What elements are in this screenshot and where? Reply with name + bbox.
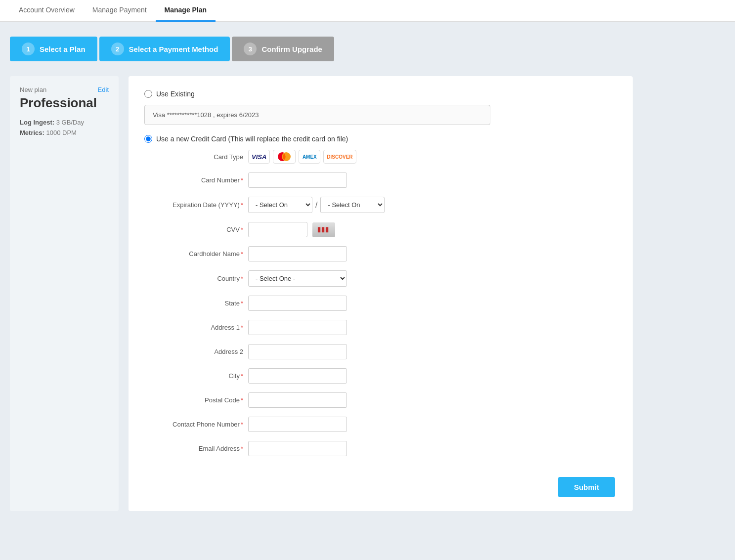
city-label: City* <box>144 372 243 380</box>
phone-label: Contact Phone Number* <box>144 421 243 428</box>
nav-manage-plan[interactable]: Manage Plan <box>156 0 216 22</box>
wizard: 1 Select a Plan 2 Select a Payment Metho… <box>10 37 633 61</box>
country-row: Country* - Select One - United States Ca… <box>144 270 615 287</box>
use-new-card-label[interactable]: Use a new Credit Card (This will replace… <box>156 135 348 143</box>
phone-input[interactable] <box>248 417 347 432</box>
step-label-select-plan: Select a Plan <box>40 45 86 53</box>
amex-icon: AMEX <box>299 150 320 164</box>
phone-row: Contact Phone Number* <box>144 417 615 432</box>
expiry-year-select[interactable]: - Select On 202320242025 202620272028 20… <box>320 197 385 213</box>
card-number-row: Card Number* <box>144 172 615 188</box>
nav-account-overview[interactable]: Account Overview <box>10 0 84 22</box>
cardholder-name-input[interactable] <box>248 246 347 261</box>
use-new-card-row: Use a new Credit Card (This will replace… <box>144 135 615 143</box>
email-input[interactable] <box>248 441 347 456</box>
cardholder-name-row: Cardholder Name* <box>144 246 615 261</box>
nav-manage-payment[interactable]: Manage Payment <box>84 0 156 22</box>
wizard-step-select-plan[interactable]: 1 Select a Plan <box>10 37 97 61</box>
main-area: New plan Edit Professional Log Ingest: 3… <box>10 76 633 511</box>
address2-label: Address 2 <box>144 348 243 355</box>
page-content: 1 Select a Plan 2 Select a Payment Metho… <box>0 22 643 526</box>
country-label: Country* <box>144 275 243 282</box>
city-row: City* <box>144 368 615 384</box>
use-new-card-radio[interactable] <box>144 135 152 143</box>
wizard-step-select-payment[interactable]: 2 Select a Payment Method <box>99 37 230 61</box>
address2-row: Address 2 <box>144 344 615 359</box>
step-number-2: 2 <box>111 43 124 55</box>
postal-code-label: Postal Code* <box>144 396 243 404</box>
mastercard-icon <box>273 150 296 164</box>
use-existing-radio[interactable] <box>144 90 152 98</box>
visa-icon: VISA <box>248 150 270 164</box>
metrics-detail: Metrics: 1000 DPM <box>20 129 109 136</box>
log-ingest-detail: Log Ingest: 3 GB/Day <box>20 119 109 126</box>
card-number-label: Card Number* <box>144 176 243 184</box>
form-panel: Use Existing Visa ************1028 , exp… <box>129 76 633 511</box>
discover-icon: DISCOVER <box>323 150 356 164</box>
card-number-input[interactable] <box>248 172 347 188</box>
submit-row: Submit <box>144 477 615 497</box>
state-input[interactable] <box>248 296 347 311</box>
address1-input[interactable] <box>248 320 347 335</box>
expiry-slash: / <box>315 201 317 210</box>
use-existing-row: Use Existing <box>144 90 615 98</box>
existing-card-box: Visa ************1028 , expires 6/2023 <box>144 105 490 125</box>
card-type-icons: VISA AMEX DISCOVER <box>248 150 356 164</box>
cvv-input-row <box>248 222 335 237</box>
expiry-selects: - Select On 010203 040506 070809 101112 … <box>248 197 385 213</box>
card-type-label: Card Type <box>144 153 243 161</box>
use-existing-label[interactable]: Use Existing <box>156 90 195 98</box>
form-scroll-area: Use Existing Visa ************1028 , exp… <box>144 90 617 497</box>
card-type-row: Card Type VISA AMEX DISC <box>144 150 615 164</box>
postal-code-input[interactable] <box>248 392 347 408</box>
step-number-1: 1 <box>22 43 35 55</box>
new-card-form: Card Type VISA AMEX DISC <box>144 150 615 497</box>
expiration-date-row: Expiration Date (YYYY)* - Select On 0102… <box>144 197 615 213</box>
address1-row: Address 1* <box>144 320 615 335</box>
submit-button[interactable]: Submit <box>558 477 615 497</box>
sidebar: New plan Edit Professional Log Ingest: 3… <box>10 76 119 511</box>
plan-name: Professional <box>20 95 109 111</box>
country-select[interactable]: - Select One - United States Canada Unit… <box>248 270 347 287</box>
state-label: State* <box>144 300 243 307</box>
address1-label: Address 1* <box>144 324 243 331</box>
step-label-select-payment: Select a Payment Method <box>129 45 218 53</box>
state-row: State* <box>144 296 615 311</box>
cvv-row: CVV* <box>144 222 615 237</box>
expiry-month-select[interactable]: - Select On 010203 040506 070809 101112 <box>248 197 312 213</box>
postal-code-row: Postal Code* <box>144 392 615 408</box>
new-plan-label: New plan <box>20 86 46 93</box>
edit-link[interactable]: Edit <box>98 86 109 93</box>
wizard-step-confirm-upgrade[interactable]: 3 Confirm Upgrade <box>232 37 334 61</box>
email-label: Email Address* <box>144 445 243 452</box>
step-number-3: 3 <box>244 43 257 55</box>
email-row: Email Address* <box>144 441 615 456</box>
expiration-date-label: Expiration Date (YYYY)* <box>144 201 243 209</box>
city-input[interactable] <box>248 368 347 384</box>
cvv-icon <box>312 222 335 237</box>
cardholder-name-label: Cardholder Name* <box>144 250 243 258</box>
step-label-confirm-upgrade: Confirm Upgrade <box>261 45 322 53</box>
address2-input[interactable] <box>248 344 347 359</box>
top-nav: Account Overview Manage Payment Manage P… <box>0 0 735 22</box>
cvv-input[interactable] <box>248 222 307 237</box>
cvv-label: CVV* <box>144 226 243 233</box>
